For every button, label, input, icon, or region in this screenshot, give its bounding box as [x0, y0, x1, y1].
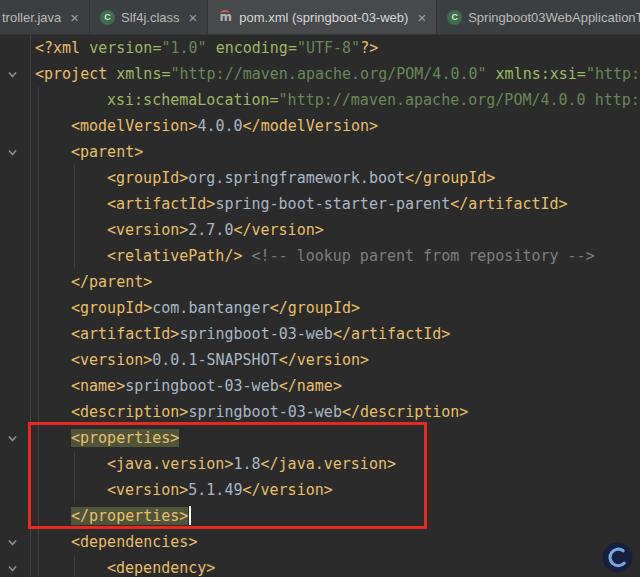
code-line[interactable]: <properties>	[0, 425, 640, 451]
code-line[interactable]: </properties>	[0, 503, 640, 529]
gutter	[0, 191, 30, 217]
code-text: <groupId>com.bantanger</groupId>	[30, 295, 640, 321]
code-text: <java.version>1.8</java.version>	[30, 451, 640, 477]
code-line[interactable]: <modelVersion>4.0.0</modelVersion>	[0, 113, 640, 139]
token-t: <name>	[71, 377, 125, 395]
gutter	[0, 165, 30, 191]
fold-arrow-icon[interactable]	[7, 563, 18, 574]
fold-arrow-icon[interactable]	[7, 537, 18, 548]
code-line[interactable]: <parent>	[0, 139, 640, 165]
float-icon-circle	[603, 543, 633, 573]
tab-close-icon[interactable]: ×	[417, 10, 426, 25]
gutter	[0, 529, 30, 555]
editor-tab-bar: troller.java×CSlf4j.class×mpom.xml (spri…	[0, 0, 640, 35]
code-line[interactable]: <java.version>1.8</java.version>	[0, 451, 640, 477]
gutter	[0, 477, 30, 503]
code-text: <dependencies>	[30, 529, 640, 555]
gutter	[0, 269, 30, 295]
token-x: 0.0.1-SNAPSHOT	[152, 351, 278, 369]
fold-arrow-icon[interactable]	[7, 69, 18, 80]
tab-close-icon[interactable]: ×	[189, 10, 198, 25]
gutter	[0, 347, 30, 373]
tab-close-icon[interactable]: ×	[70, 10, 79, 25]
token-a: version	[89, 39, 152, 57]
code-text: <groupId>org.springframework.boot</group…	[30, 165, 640, 191]
floating-app-icon[interactable]	[602, 542, 633, 573]
code-text: xsi:schemaLocation="http://maven.apache.…	[30, 87, 640, 113]
token-x: com.bantanger	[152, 299, 269, 317]
indent-guide	[38, 87, 39, 577]
token-t: </parent>	[71, 273, 152, 291]
token-x: spring-boot-starter-parent	[215, 195, 450, 213]
code-text: <name>springboot-03-web</name>	[30, 373, 640, 399]
gutter	[0, 139, 30, 165]
text-caret	[189, 506, 191, 525]
code-text: <artifactId>spring-boot-starter-parent</…	[30, 191, 640, 217]
class-icon: C	[100, 10, 115, 25]
code-line[interactable]: xsi:schemaLocation="http://maven.apache.…	[0, 87, 640, 113]
code-line[interactable]: <description>springboot-03-web</descript…	[0, 399, 640, 425]
indent-guide	[74, 555, 75, 577]
token-t: <java.version>	[107, 455, 233, 473]
code-text: <project xmlns="http://maven.apache.org/…	[30, 61, 640, 87]
code-line[interactable]: <version>0.0.1-SNAPSHOT</version>	[0, 347, 640, 373]
xml-editor[interactable]: <?xml version="1.0" encoding="UTF-8"?><p…	[0, 35, 640, 577]
code-text: <properties>	[30, 425, 640, 451]
indent-guide	[74, 165, 75, 269]
code-line[interactable]: <dependency>	[0, 555, 640, 577]
fold-arrow-icon[interactable]	[7, 147, 18, 158]
code-line[interactable]: <?xml version="1.0" encoding="UTF-8"?>	[0, 35, 640, 61]
token-a: =	[288, 39, 297, 57]
tab-pom-xml[interactable]: mpom.xml (springboot-03-web)×	[208, 0, 437, 34]
gutter	[0, 35, 30, 61]
token-t: <modelVersion>	[71, 117, 197, 135]
tab-slf4j-class[interactable]: CSlf4j.class×	[90, 0, 208, 34]
code-line[interactable]: <project xmlns="http://maven.apache.org/…	[0, 61, 640, 87]
code-text: <parent>	[30, 139, 640, 165]
code-line[interactable]: <name>springboot-03-web</name>	[0, 373, 640, 399]
gutter	[0, 425, 30, 451]
gutter	[0, 61, 30, 87]
code-text: </parent>	[30, 269, 640, 295]
token-x: 4.0.0	[197, 117, 242, 135]
code-line[interactable]: <artifactId>springboot-03-web</artifactI…	[0, 321, 640, 347]
code-line[interactable]: <version>2.7.0</version>	[0, 217, 640, 243]
gutter	[0, 555, 30, 577]
code-line[interactable]: <version>5.1.49</version>	[0, 477, 640, 503]
token-t: <parent>	[71, 143, 143, 161]
code-line[interactable]: <groupId>org.springframework.boot</group…	[0, 165, 640, 191]
token-x: springboot-03-web	[125, 377, 279, 395]
tab-label: pom.xml (springboot-03-web)	[239, 10, 408, 25]
test-class-icon: C	[447, 10, 462, 25]
tab-label: Slf4j.class	[121, 10, 180, 25]
code-text: <dependency>	[30, 555, 640, 577]
code-line[interactable]: <dependencies>	[0, 529, 640, 555]
token-a: =	[577, 65, 586, 83]
gutter	[0, 217, 30, 243]
token-p	[487, 65, 496, 83]
code-text: <version>0.0.1-SNAPSHOT</version>	[30, 347, 640, 373]
token-th: </properties>	[71, 507, 188, 525]
gutter	[0, 113, 30, 139]
token-s: "http://www.w3.org/2001/XMLSchema-instan…	[586, 65, 640, 83]
maven-icon: m	[218, 10, 233, 25]
fold-arrow-icon[interactable]	[7, 433, 18, 444]
token-t: </groupId>	[405, 169, 495, 187]
token-t: <project	[35, 65, 116, 83]
token-t: <dependency>	[107, 559, 215, 577]
token-t: <version>	[107, 481, 188, 499]
code-line[interactable]: </parent>	[0, 269, 640, 295]
tab-label: troller.java	[2, 10, 61, 25]
token-p	[242, 247, 251, 265]
code-line[interactable]: <groupId>com.bantanger</groupId>	[0, 295, 640, 321]
tab-springboot03-test[interactable]: CSpringboot03WebApplicationTest	[437, 0, 640, 34]
tab-troller-java[interactable]: troller.java×	[0, 0, 90, 34]
code-text: <version>2.7.0</version>	[30, 217, 640, 243]
tab-label: Springboot03WebApplicationTest	[468, 10, 640, 25]
gutter	[0, 373, 30, 399]
token-t: <groupId>	[107, 169, 188, 187]
token-t: </name>	[279, 377, 342, 395]
code-line[interactable]: <relativePath/> <!-- lookup parent from …	[0, 243, 640, 269]
code-line[interactable]: <artifactId>spring-boot-starter-parent</…	[0, 191, 640, 217]
token-x: 2.7.0	[188, 221, 233, 239]
